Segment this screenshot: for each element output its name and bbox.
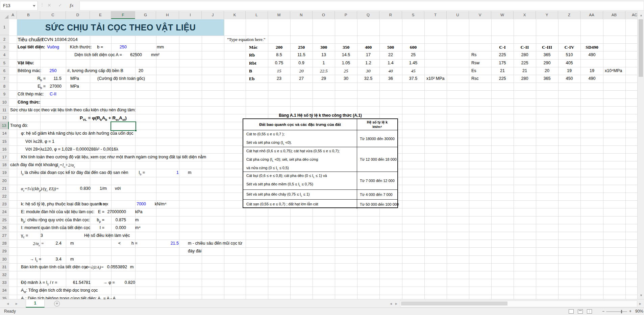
zoom-out-button[interactable]: − — [602, 308, 604, 315]
cell-text: Trong đó: — [10, 122, 28, 130]
column-header-F[interactable]: F — [111, 11, 135, 19]
horizontal-scrollbar[interactable] — [400, 300, 637, 307]
cell-text: 0.0553892 — [107, 263, 127, 271]
row-header-17[interactable]: 17 — [0, 153, 9, 161]
row-header-32[interactable]: 32 — [0, 271, 9, 278]
page-break-view-icon[interactable] — [587, 309, 592, 314]
enter-button[interactable]: ✓ — [56, 0, 65, 11]
column-header-H[interactable]: H — [156, 11, 179, 19]
column-header-J[interactable]: J — [202, 11, 224, 19]
row-header-35[interactable]: 35 — [0, 295, 9, 299]
spreadsheet-grid[interactable]: SỨC CHỊU TẢI CỌC THEO VẬT LIỆU Bảng A.1 … — [9, 19, 637, 299]
row-header-13[interactable]: 13 — [0, 122, 9, 129]
row-header-30[interactable]: 30 — [0, 255, 9, 263]
column-header-Q[interactable]: Q — [357, 11, 379, 19]
normal-view-icon[interactable] — [569, 309, 574, 314]
cancel-button[interactable]: ✕ — [45, 0, 54, 11]
row-header-24[interactable]: 24 — [0, 208, 9, 216]
row-header-18[interactable]: 18 — [0, 161, 9, 168]
column-header-AC[interactable]: AC — [625, 11, 637, 19]
column-header-N[interactable]: N — [290, 11, 313, 19]
insert-function-button[interactable]: fx — [67, 0, 76, 11]
k-table-k-value: Từ 4 000 đến 7 000 — [360, 193, 393, 197]
column-header-AB[interactable]: AB — [603, 11, 625, 19]
row-header-1[interactable]: 1 — [0, 19, 9, 35]
row-header-22[interactable]: 22 — [0, 193, 9, 200]
formula-input[interactable] — [79, 1, 644, 10]
steel-value: 290 — [536, 59, 558, 67]
row-header-16[interactable]: 16 — [0, 145, 9, 153]
add-sheet-button[interactable]: + — [54, 301, 60, 307]
row-header-6[interactable]: 6 — [0, 67, 9, 74]
row-header-10[interactable]: 10 — [0, 98, 9, 106]
column-header-L[interactable]: L — [246, 11, 268, 19]
row-header-25[interactable]: 25 — [0, 216, 9, 224]
row-header-14[interactable]: 14 — [0, 130, 9, 137]
row-header-26[interactable]: 26 — [0, 224, 9, 231]
column-header-B[interactable]: B — [17, 11, 40, 19]
row-header-7[interactable]: 7 — [0, 75, 9, 82]
column-header-R[interactable]: R — [379, 11, 402, 19]
column-header-X[interactable]: X — [514, 11, 536, 19]
column-header-C[interactable]: C — [40, 11, 66, 19]
vertical-scrollbar[interactable]: ▲ ▼ — [637, 11, 644, 299]
column-header-V[interactable]: V — [469, 11, 491, 19]
row-header-11[interactable]: 11 — [0, 106, 9, 114]
row-header-29[interactable]: 29 — [0, 247, 9, 255]
select-all-button[interactable] — [0, 11, 9, 20]
row-header-20[interactable]: 20 — [0, 177, 9, 184]
tab-nav-right-icon[interactable]: ► — [15, 302, 18, 306]
vertical-scroll-thumb[interactable] — [639, 19, 643, 77]
row-header-4[interactable]: 4 — [0, 51, 9, 59]
row-header-5[interactable]: 5 — [0, 59, 9, 67]
cell-text: đáy đài — [188, 247, 201, 255]
name-box-dropdown-icon[interactable] — [33, 5, 35, 7]
sheet-tab[interactable]: 1 — [26, 299, 45, 308]
cell-text: r=√(I/A)= — [85, 263, 104, 271]
row-header-15[interactable]: 15 — [0, 138, 9, 145]
name-box[interactable]: F13 — [0, 1, 38, 10]
row-header-23[interactable]: 23 — [0, 200, 9, 208]
horizontal-scroll-thumb[interactable] — [401, 301, 507, 306]
column-header-Z[interactable]: Z — [558, 11, 580, 19]
zoom-in-button[interactable]: + — [629, 308, 631, 315]
row-header-28[interactable]: 28 — [0, 240, 9, 247]
column-header-P[interactable]: P — [335, 11, 357, 19]
column-header-D[interactable]: D — [66, 11, 90, 19]
column-header-T[interactable]: T — [424, 11, 447, 19]
zoom-slider-thumb[interactable] — [621, 310, 622, 313]
row-header-21[interactable]: 21 — [0, 185, 9, 192]
column-header-Y[interactable]: Y — [536, 11, 558, 19]
hscroll-left2-icon[interactable]: ► — [395, 302, 398, 306]
scroll-up-icon[interactable]: ▲ — [640, 14, 643, 17]
column-header-AA[interactable]: AA — [580, 11, 603, 19]
row-header-3[interactable]: 3 — [0, 43, 9, 51]
row-header-2[interactable]: 2 — [0, 36, 9, 43]
row-header-12[interactable]: 12 — [0, 114, 9, 121]
hscroll-right-icon[interactable]: ► — [639, 302, 642, 306]
zoom-slider[interactable] — [606, 311, 627, 312]
tab-nav-left-icon[interactable]: ◄ — [6, 302, 9, 306]
row-header-34[interactable]: 34 — [0, 287, 9, 294]
row-header-27[interactable]: 27 — [0, 232, 9, 239]
row-header-33[interactable]: 33 — [0, 279, 9, 286]
k-table-soil-line: Cát hạt nhỏ (0,6 ≤ e ≤ 0,75); cát hạt vừ… — [246, 149, 340, 153]
column-header-A[interactable]: A — [9, 11, 17, 19]
row-header-19[interactable]: 19 — [0, 169, 9, 176]
column-header-U[interactable]: U — [447, 11, 469, 19]
column-header-G[interactable]: G — [135, 11, 156, 19]
column-header-I[interactable]: I — [179, 11, 202, 19]
row-header-31[interactable]: 31 — [0, 263, 9, 271]
page-layout-view-icon[interactable] — [578, 309, 583, 314]
column-header-E[interactable]: E — [90, 11, 111, 19]
hscroll-left-icon[interactable]: ◄ — [389, 302, 393, 306]
fill-handle[interactable] — [134, 129, 137, 132]
row-header-8[interactable]: 8 — [0, 83, 9, 90]
column-header-K[interactable]: K — [224, 11, 246, 19]
column-header-O[interactable]: O — [313, 11, 335, 19]
scroll-down-icon[interactable]: ▼ — [640, 294, 643, 297]
column-header-S[interactable]: S — [402, 11, 424, 19]
row-header-9[interactable]: 9 — [0, 90, 9, 98]
column-header-W[interactable]: W — [491, 11, 514, 19]
column-header-M[interactable]: M — [268, 11, 290, 19]
